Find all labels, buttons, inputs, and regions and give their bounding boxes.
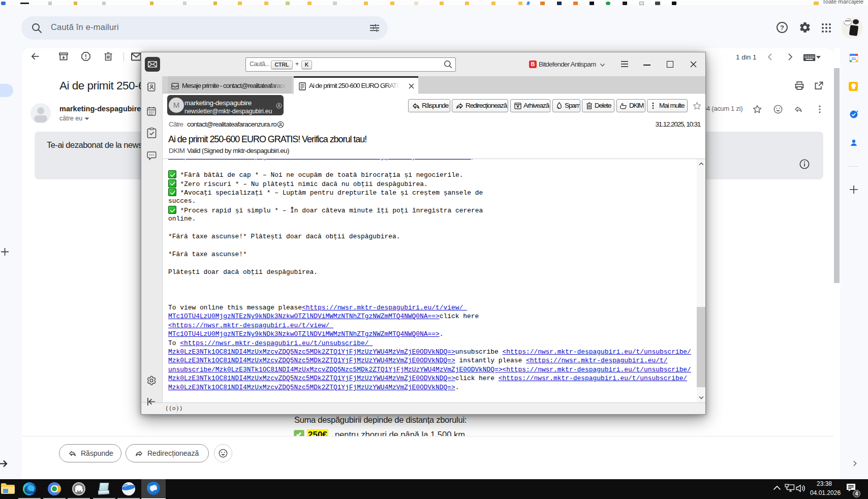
svg-text:?: ? [780, 24, 784, 32]
svg-text:31: 31 [852, 56, 856, 61]
